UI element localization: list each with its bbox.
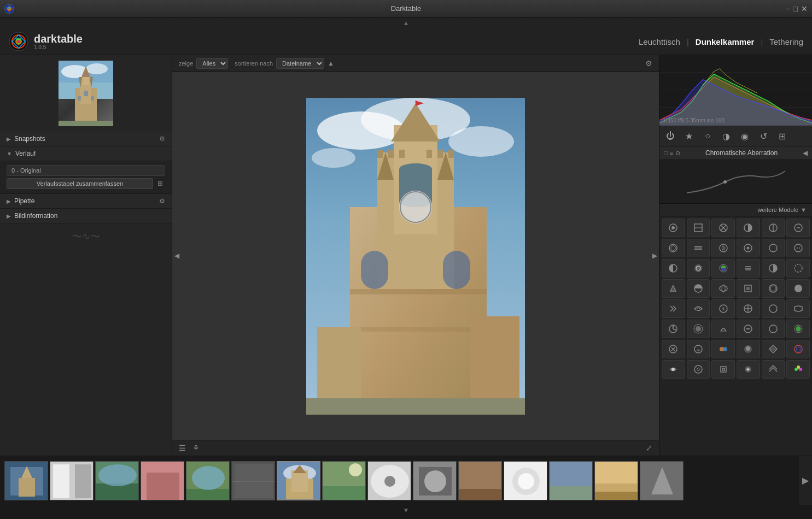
snapshots-gear-icon[interactable]: ⚙: [159, 135, 165, 143]
nav-tethering[interactable]: Tethering: [769, 37, 803, 46]
more-modules-header[interactable]: weitere Module ▼: [659, 204, 812, 216]
right-sidebar-collapse-button[interactable]: ▶: [650, 243, 659, 269]
module-btn-7-5[interactable]: [762, 340, 785, 358]
filmstrip-item-6[interactable]: [231, 461, 275, 500]
filmstrip-item-5[interactable]: [186, 461, 230, 500]
module-btn-6-4[interactable]: [737, 320, 760, 338]
module-btn-3-6[interactable]: [786, 259, 810, 278]
module-btn-5-5[interactable]: [762, 299, 785, 318]
verlauf-zusammenfassen-button[interactable]: Verlaufsstapel zusammenfassen: [7, 178, 153, 189]
filmstrip-item-10[interactable]: [413, 461, 457, 500]
module-btn-5-1[interactable]: [662, 299, 685, 318]
module-btn-6-5[interactable]: [762, 320, 785, 338]
module-btn-3-1[interactable]: [662, 259, 685, 278]
module-btn-4-3[interactable]: [711, 279, 735, 298]
module-btn-7-3[interactable]: [711, 340, 735, 358]
module-btn-6-6[interactable]: [786, 320, 810, 338]
module-btn-1-5[interactable]: [762, 219, 785, 237]
module-btn-3-3[interactable]: [711, 259, 735, 278]
grid-module-icon[interactable]: ⊞: [775, 129, 788, 143]
filmstrip-item-3[interactable]: [95, 461, 139, 500]
module-btn-4-1[interactable]: [662, 279, 685, 298]
module-btn-6-1[interactable]: [662, 320, 685, 338]
module-btn-8-3[interactable]: [711, 360, 735, 379]
module-btn-3-2[interactable]: [687, 259, 710, 278]
bottom-panel-toggle[interactable]: ▼: [0, 505, 812, 516]
snapshots-header[interactable]: ▶ Snapshots ⚙: [0, 132, 172, 146]
window-controls[interactable]: − □ ✕: [785, 4, 808, 13]
verlauf-header[interactable]: ▼ Verlauf: [0, 146, 172, 161]
filmstrip-item-15[interactable]: [640, 461, 684, 500]
module-btn-1-6[interactable]: [786, 219, 810, 237]
module-btn-1-1[interactable]: [662, 219, 685, 237]
circle-module-icon[interactable]: ○: [701, 129, 714, 143]
halfcircle-module-icon[interactable]: ◑: [720, 129, 733, 143]
filmstrip-item-7[interactable]: [277, 461, 320, 500]
module-btn-4-6[interactable]: [786, 279, 810, 298]
module-btn-8-5[interactable]: [762, 360, 785, 379]
bildinformation-header[interactable]: ▶ Bildinformation: [0, 209, 172, 223]
module-btn-5-6[interactable]: [786, 299, 810, 318]
module-btn-8-2[interactable]: [687, 360, 710, 379]
minimize-button[interactable]: −: [785, 4, 790, 13]
maximize-button[interactable]: □: [793, 4, 798, 13]
left-sidebar-collapse-button[interactable]: ◀: [172, 243, 181, 269]
filmstrip-item-14[interactable]: [594, 461, 638, 500]
module-enable-icon[interactable]: □: [664, 150, 668, 157]
filmstrip-item-9[interactable]: [367, 461, 411, 500]
image-container[interactable]: [172, 72, 659, 440]
module-btn-2-2[interactable]: [687, 239, 710, 257]
nav-leuchttisch[interactable]: Leuchttisch: [639, 37, 680, 46]
module-btn-2-4[interactable]: [737, 239, 760, 257]
star-module-icon[interactable]: ★: [682, 129, 696, 143]
module-btn-4-2[interactable]: [687, 279, 710, 298]
pipette-header[interactable]: ▶ Pipette ⚙: [0, 194, 172, 208]
verlauf-item-original[interactable]: 0 - Original: [7, 165, 165, 176]
color-module-icon[interactable]: ◉: [738, 129, 751, 143]
refresh-module-icon[interactable]: ↺: [757, 129, 770, 143]
module-btn-1-3[interactable]: [711, 219, 735, 237]
module-btn-3-5[interactable]: [762, 259, 785, 278]
module-btn-3-4[interactable]: [737, 259, 760, 278]
filmstrip-item-11[interactable]: [458, 461, 502, 500]
module-btn-7-6[interactable]: [786, 340, 810, 358]
fullscreen-icon[interactable]: ⤢: [646, 444, 652, 452]
share-icon[interactable]: ⚘: [192, 444, 200, 452]
power-module-icon[interactable]: ⏻: [664, 129, 677, 143]
verlauf-options-icon[interactable]: ⊞: [155, 180, 165, 187]
module-btn-6-2[interactable]: [687, 320, 710, 338]
module-btn-5-4[interactable]: [737, 299, 760, 318]
filmstrip-item-1[interactable]: [4, 461, 48, 500]
filmstrip-item-13[interactable]: [549, 461, 593, 500]
filmstrip-item-4[interactable]: [141, 461, 184, 500]
active-module-expand-arrow[interactable]: ◀: [803, 149, 808, 157]
module-btn-7-4[interactable]: [737, 340, 760, 358]
sort-direction-icon[interactable]: ▲: [328, 60, 334, 67]
menu-icon[interactable]: ☰: [179, 444, 186, 452]
module-btn-8-4[interactable]: [737, 360, 760, 379]
module-btn-8-1[interactable]: [662, 360, 685, 379]
module-btn-1-4[interactable]: [737, 219, 760, 237]
module-btn-2-1[interactable]: [662, 239, 685, 257]
module-btn-5-3[interactable]: [711, 299, 735, 318]
filmstrip-item-12[interactable]: [504, 461, 547, 500]
module-settings-icon[interactable]: ≡: [670, 150, 673, 157]
module-btn-4-4[interactable]: [737, 279, 760, 298]
module-btn-8-6[interactable]: [786, 360, 810, 379]
module-btn-7-1[interactable]: [662, 340, 685, 358]
module-btn-2-6[interactable]: [786, 239, 810, 257]
module-info-icon[interactable]: ⊙: [675, 150, 680, 157]
filmstrip-item-8[interactable]: [322, 461, 366, 500]
filmstrip-scroll-right[interactable]: ▶: [799, 456, 812, 505]
module-btn-5-2[interactable]: [687, 299, 710, 318]
toolbar-gear-icon[interactable]: ⚙: [645, 59, 652, 68]
filmstrip-item-2[interactable]: [50, 461, 94, 500]
module-btn-2-5[interactable]: [762, 239, 785, 257]
close-button[interactable]: ✕: [801, 4, 808, 13]
pipette-gear-icon[interactable]: ⚙: [159, 197, 165, 205]
module-btn-4-5[interactable]: [762, 279, 785, 298]
sortieren-select[interactable]: Dateiname: [276, 58, 324, 69]
top-panel-toggle[interactable]: ▲: [0, 17, 812, 28]
module-btn-1-2[interactable]: [687, 219, 710, 237]
module-btn-7-2[interactable]: [687, 340, 710, 358]
